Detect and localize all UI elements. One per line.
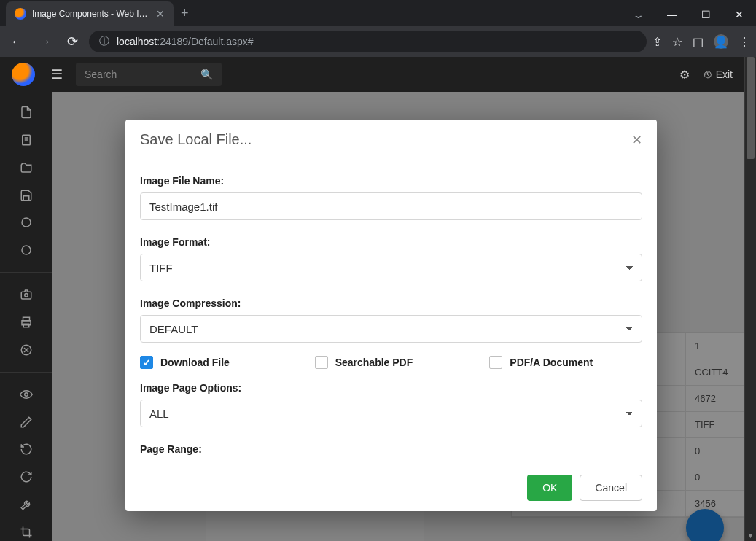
info-icon[interactable]: ⓘ <box>99 35 109 48</box>
rail-view-icon[interactable] <box>12 386 41 403</box>
rail-folder-icon[interactable] <box>12 159 41 176</box>
rail-redo-icon[interactable] <box>12 468 41 486</box>
compression-label: Image Compression: <box>140 297 642 309</box>
searchable-pdf-checkbox[interactable]: Searchable PDF <box>315 356 468 369</box>
bookmark-icon[interactable]: ☆ <box>672 35 682 49</box>
page-scrollbar[interactable]: ▲ ▼ <box>744 57 756 541</box>
url-path: :24189/Default.aspx# <box>157 36 253 47</box>
rail-circle1-icon[interactable] <box>12 214 41 231</box>
svg-point-13 <box>25 392 28 396</box>
searchable-pdf-label: Searchable PDF <box>335 357 413 368</box>
rail-document-icon[interactable] <box>12 131 41 149</box>
close-window-button[interactable]: ✕ <box>722 3 756 26</box>
window-controls: ⌄ ― ☐ ✕ <box>622 3 756 26</box>
content-area: 1 CCITT4 4672 TIFF 0 Photometric Interpr… <box>52 92 744 541</box>
tab-title: Image Components - Web Image <box>32 9 150 19</box>
browser-chrome: Image Components - Web Image ✕ + ⌄ ― ☐ ✕… <box>0 0 756 57</box>
svg-point-6 <box>25 294 28 297</box>
save-file-modal: Save Local File... ✕ Image File Name: Im… <box>125 120 657 511</box>
rail-wrench-icon[interactable] <box>12 496 41 513</box>
rail-camera-icon[interactable] <box>12 286 41 303</box>
back-button[interactable]: ← <box>6 34 28 50</box>
ok-button[interactable]: OK <box>527 475 572 501</box>
reload-button[interactable]: ⟳ <box>61 34 83 50</box>
close-tab-icon[interactable]: ✕ <box>156 8 165 20</box>
panel-icon[interactable]: ◫ <box>693 35 704 49</box>
rail-save-icon[interactable] <box>12 187 41 204</box>
rail-separator <box>0 272 52 273</box>
rail-crop-icon[interactable] <box>12 524 41 541</box>
svg-rect-5 <box>21 292 31 299</box>
download-file-label: Download File <box>160 357 230 368</box>
modal-header: Save Local File... ✕ <box>125 120 657 160</box>
exit-label: Exit <box>716 69 733 80</box>
url-host: localhost <box>117 36 157 47</box>
rail-print-icon[interactable] <box>12 314 41 331</box>
search-icon[interactable]: 🔍 <box>200 69 213 80</box>
scrollbar-thumb[interactable] <box>747 57 755 159</box>
exit-icon: ⎋ <box>704 68 712 81</box>
modal-title: Save Local File... <box>140 131 252 148</box>
search-placeholder: Search <box>85 69 117 80</box>
url-input[interactable]: ⓘ localhost:24189/Default.aspx# <box>89 31 647 52</box>
close-icon[interactable]: ✕ <box>631 132 642 148</box>
address-bar: ← → ⟳ ⓘ localhost:24189/Default.aspx# ⇪ … <box>0 26 756 57</box>
browser-tab[interactable]: Image Components - Web Image ✕ <box>6 1 174 26</box>
compression-select[interactable]: DEFAULT <box>140 315 642 343</box>
new-tab-button[interactable]: + <box>174 6 196 21</box>
checkbox-unchecked-icon <box>489 356 502 369</box>
pdfa-label: PDF/A Document <box>510 357 593 368</box>
file-name-input[interactable] <box>140 192 642 220</box>
rail-separator-2 <box>0 372 52 373</box>
hamburger-icon[interactable]: ☰ <box>51 66 63 82</box>
search-input[interactable]: Search 🔍 <box>76 63 222 86</box>
scroll-down-icon[interactable]: ▼ <box>745 532 756 540</box>
maximize-button[interactable]: ☐ <box>689 3 722 26</box>
checkbox-unchecked-icon <box>315 356 328 369</box>
settings-icon[interactable]: ⚙ <box>679 68 690 82</box>
app-viewport: ☰ Search 🔍 ⚙ ⎋ Exit <box>0 57 744 541</box>
left-rail <box>0 92 52 541</box>
exit-button[interactable]: ⎋ Exit <box>704 68 733 81</box>
rail-file-icon[interactable] <box>12 104 41 121</box>
app-body: 1 CCITT4 4672 TIFF 0 Photometric Interpr… <box>0 92 744 541</box>
share-icon[interactable]: ⇪ <box>652 35 662 49</box>
modal-body: Image File Name: Image Format: TIFF Imag… <box>125 160 657 464</box>
format-select[interactable]: TIFF <box>140 254 642 281</box>
chevron-down-icon[interactable]: ⌄ <box>614 3 664 26</box>
svg-point-3 <box>22 218 31 227</box>
rail-circle2-icon[interactable] <box>12 241 41 259</box>
svg-point-4 <box>22 246 31 254</box>
menu-icon[interactable]: ⋮ <box>739 35 750 49</box>
file-name-label: Image File Name: <box>140 175 642 187</box>
pdfa-checkbox[interactable]: PDF/A Document <box>489 356 642 369</box>
forward-button[interactable]: → <box>34 34 55 50</box>
modal-footer: OK Cancel <box>125 464 657 511</box>
favicon-icon <box>15 8 26 20</box>
cancel-button[interactable]: Cancel <box>580 475 642 501</box>
app-logo-icon <box>12 63 35 86</box>
rail-delete-icon[interactable] <box>12 341 41 359</box>
rail-undo-icon[interactable] <box>12 440 41 458</box>
download-file-checkbox[interactable]: ✓ Download File <box>140 356 293 369</box>
tab-bar: Image Components - Web Image ✕ + ⌄ ― ☐ ✕ <box>0 0 756 26</box>
app-topbar: ☰ Search 🔍 ⚙ ⎋ Exit <box>0 57 744 92</box>
page-range-label: Page Range: <box>140 443 642 455</box>
page-options-label: Image Page Options: <box>140 382 642 394</box>
profile-icon[interactable]: 👤 <box>714 34 728 49</box>
page-options-select[interactable]: ALL <box>140 400 642 427</box>
checkbox-row: ✓ Download File Searchable PDF PDF/A Doc… <box>140 356 642 369</box>
rail-edit-icon[interactable] <box>12 413 41 431</box>
format-label: Image Format: <box>140 236 642 248</box>
checkbox-checked-icon: ✓ <box>140 356 153 369</box>
